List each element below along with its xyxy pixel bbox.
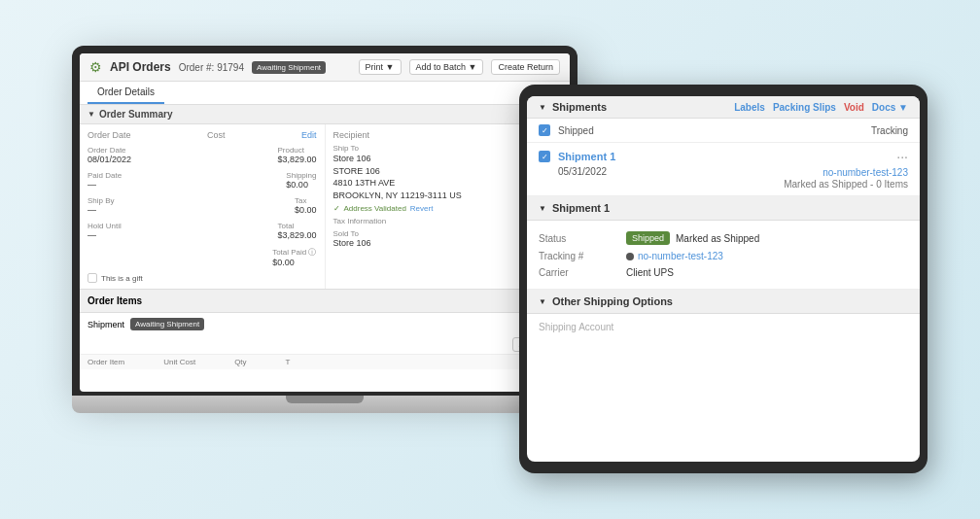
tax-value: $0.00	[295, 205, 317, 215]
shipment1-detail-label: Shipment 1	[552, 202, 610, 214]
order-items-header: Order Items Spl	[80, 289, 570, 313]
shipment1-tracking[interactable]: no-number-test-123	[822, 167, 908, 178]
order-summary-label: Order Summary	[99, 109, 173, 120]
laptop-base	[72, 396, 578, 413]
tablet-body: ▼ Shipments Labels Packing Slips Void Do…	[519, 85, 928, 473]
shipping-account-row: Shipping Account	[527, 314, 920, 340]
gear-icon: ⚙	[89, 59, 102, 75]
cost-col-label: Cost	[207, 130, 226, 140]
tablet-chevron-icon: ▼	[539, 103, 546, 112]
hold-until-row: Hold Until — Total $3,829.00	[88, 218, 317, 240]
order-date-value: Order Date 08/01/2022	[88, 142, 131, 164]
address-validated-label: Address Validated	[344, 204, 406, 213]
cost-header-row: Order Date Cost Edit	[88, 130, 317, 140]
tablet-shipments-header: ▼ Shipments Labels Packing Slips Void Do…	[527, 96, 920, 119]
tracking-field-label: Tracking #	[539, 251, 626, 261]
shipment1-content: ✓ Shipment 1 ··· 05/31/2022 no-number-te…	[539, 149, 908, 190]
col-order-item: Order Item	[88, 358, 124, 366]
other-shipping-header: ▼ Other Shipping Options	[527, 290, 920, 314]
total-paid-row: Total Paid ⓘ $0.00	[88, 243, 317, 267]
laptop-screen-border: ⚙ API Orders Order #: 91794 Awaiting Shi…	[72, 46, 578, 396]
recipient-label: Recipient	[333, 130, 370, 140]
shipments-tab-links: Labels Packing Slips Void Docs ▼	[734, 102, 908, 113]
order-date-field-label: Order Date	[88, 146, 131, 155]
shipment1-detail-header: ▼ Shipment 1	[527, 196, 920, 221]
check-icon: ✓	[333, 204, 340, 213]
laptop-notch	[286, 396, 364, 403]
shipment1-detail-row: 05/31/2022 no-number-test-123 Marked as …	[558, 166, 908, 190]
order-details-columns: Order Date Cost Edit Order Date 08/01/20…	[80, 124, 570, 289]
app-title: API Orders	[110, 60, 171, 74]
order-date-field-value: 08/01/2022	[88, 155, 131, 164]
order-left-col: Order Date Cost Edit Order Date 08/01/20…	[80, 124, 326, 289]
labels-link[interactable]: Labels	[734, 102, 765, 113]
shipments-table-header: ✓ Shipped Tracking	[527, 119, 920, 143]
shipment1-name-row: Shipment 1 ···	[558, 149, 908, 164]
gift-checkbox[interactable]	[88, 273, 97, 283]
status-row: Status Shipped Marked as Shipped	[539, 228, 908, 248]
tablet-device: ▼ Shipments Labels Packing Slips Void Do…	[519, 85, 928, 473]
void-link[interactable]: Void	[844, 102, 864, 113]
other-shipping-label: Other Shipping Options	[552, 295, 673, 307]
tax-label: Tax	[295, 196, 317, 205]
gift-label: This is a gift	[101, 274, 143, 283]
shipment-row: Shipment Awaiting Shipment Edi	[80, 313, 570, 335]
shipping-field: Shipping $0.00	[286, 167, 316, 190]
total-paid-label: Total Paid ⓘ	[272, 247, 316, 258]
ship-by-label: Ship By	[88, 196, 115, 205]
shipping-account-placeholder: Shipping Account	[539, 322, 613, 332]
tracking-field-value[interactable]: no-number-test-123	[638, 251, 723, 261]
total-label: Total	[277, 222, 316, 230]
revert-link[interactable]: Revert	[410, 204, 434, 213]
ship-by-row: Ship By — Tax $0.00	[88, 192, 317, 215]
shipment1-row: ✓ Shipment 1 ··· 05/31/2022 no-number-te…	[527, 143, 920, 196]
shipment1-detail-chevron: ▼	[539, 204, 546, 213]
marked-as-shipped-text: Marked as Shipped	[676, 233, 759, 244]
hold-until-value: —	[88, 230, 122, 240]
packing-slips-link[interactable]: Packing Slips	[773, 102, 836, 113]
laptop-device: ⚙ API Orders Order #: 91794 Awaiting Shi…	[72, 46, 578, 434]
status-badge-awaiting: Awaiting Shipment	[252, 61, 326, 74]
shipment-status-badge: Awaiting Shipment	[130, 318, 204, 330]
ship-by-value: —	[88, 205, 115, 215]
shipment1-name[interactable]: Shipment 1	[558, 151, 615, 162]
add-edit-row: Add or Edi	[80, 335, 570, 354]
tablet-screen: ▼ Shipments Labels Packing Slips Void Do…	[527, 96, 920, 462]
carrier-field-value: Client UPS	[626, 267, 674, 278]
other-shipping-chevron: ▼	[539, 297, 546, 306]
shipment1-info: Shipment 1 ··· 05/31/2022 no-number-test…	[558, 149, 908, 190]
select-all-checkbox[interactable]: ✓	[539, 124, 550, 136]
order-date-col-label: Order Date	[88, 130, 131, 140]
create-return-button[interactable]: Create Return	[491, 59, 560, 75]
chevron-down-icon: ▼	[88, 110, 95, 119]
shipping-label: Shipping	[286, 171, 316, 180]
paid-date-field: Paid Date —	[88, 167, 122, 190]
order-items-table-header: Order Item Unit Cost Qty T	[80, 354, 570, 369]
col-qty: Qty	[234, 358, 246, 366]
tracking-row: Tracking # no-number-test-123	[539, 248, 908, 264]
paid-date-label: Paid Date	[88, 171, 122, 180]
print-button[interactable]: Print ▼	[359, 59, 402, 75]
total-field: Total $3,829.00	[277, 218, 316, 240]
total-paid-field: Total Paid ⓘ $0.00	[272, 243, 316, 267]
carrier-dot-icon	[626, 253, 634, 260]
total-value: $3,829.00	[277, 230, 316, 240]
shipment1-checkbox[interactable]: ✓	[539, 151, 550, 162]
add-to-batch-button[interactable]: Add to Batch ▼	[409, 59, 484, 75]
docs-link[interactable]: Docs ▼	[872, 102, 908, 113]
shipment-label: Shipment	[88, 320, 124, 329]
hold-until-field: Hold Until —	[88, 218, 122, 240]
shipment1-date: 05/31/2022	[558, 166, 607, 190]
order-date-row: Order Date 08/01/2022 Product $3,829.00	[88, 142, 317, 164]
shipment1-marked: Marked as Shipped - 0 Items	[784, 179, 908, 190]
tab-order-details[interactable]: Order Details	[88, 82, 164, 104]
edit-left-link[interactable]: Edit	[301, 130, 317, 140]
shipment1-menu-icon[interactable]: ···	[896, 149, 908, 164]
tax-field: Tax $0.00	[295, 192, 317, 215]
shipments-title: Shipments	[552, 101, 607, 113]
paid-date-row: Paid Date — Shipping $0.00	[88, 167, 317, 190]
product-field-value: $3,829.00	[277, 155, 316, 164]
shipments-title-row: ▼ Shipments	[539, 101, 607, 113]
hold-until-label: Hold Until	[88, 222, 122, 230]
order-summary-header: ▼ Order Summary	[80, 105, 570, 124]
